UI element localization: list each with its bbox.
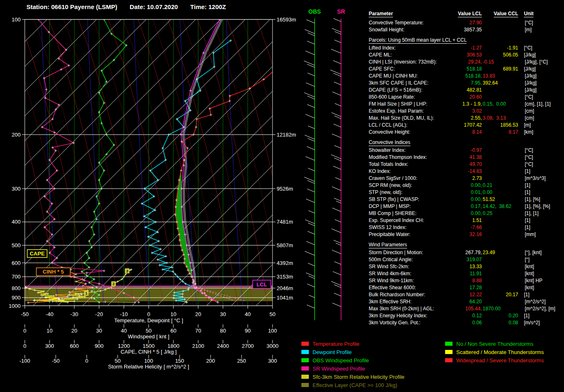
value-extra: 23.49 — [483, 250, 495, 255]
axis-tick-label: 300 — [268, 358, 277, 364]
row-unit: [knt] HP — [525, 278, 543, 283]
row-label: SWISS 12 Index: — [369, 224, 406, 230]
row-label: DCAPE (LFS = 516mB): — [369, 87, 422, 93]
table-header-row: ParameterValue LCLValue CCLUnit — [369, 11, 563, 20]
pressure-tick-label: 700 — [12, 274, 21, 280]
legend-label: OBS Windspeed Profile — [313, 357, 369, 364]
height-tick-label: 1041m — [277, 295, 293, 301]
pressure-tick-label: 100 — [12, 17, 21, 23]
value-extra: 0.25 — [483, 210, 492, 216]
height-tick-label: 16593m — [277, 17, 296, 23]
value-extra: 0.00 — [483, 189, 492, 195]
row-label: SCP RM (new, old): — [369, 182, 412, 188]
table-row: CAPE MU | CINH MU:518.18,13.83[J/kg] — [369, 73, 563, 80]
section-title-text: Convective Indices — [369, 139, 410, 146]
value-lcl: 7.95, — [471, 80, 482, 86]
axis-title: CAPE, CINH * 5 [ J/kg ] — [121, 349, 177, 355]
plot-area — [0, 18, 367, 306]
value-lcl: 29.24, — [468, 59, 482, 65]
axis-tick-label: 200 — [206, 358, 215, 364]
table-row: SR Wind 4km-6km:11.91[knt] — [369, 271, 563, 278]
legend-swatch-icon — [301, 342, 309, 346]
value-lcl: 32.16 — [469, 231, 482, 237]
row-unit: [1], [1] — [525, 210, 538, 216]
profile-legend-item: Effective Layer (CAPE >= 100 J/kg) — [301, 381, 405, 389]
severity-legend-item: Widespread / Severe Thunderstorms — [445, 356, 544, 364]
profile-legend: Temperature ProfileDewpoint ProfileOBS W… — [301, 340, 405, 389]
value-lcl: 64.20 — [469, 299, 482, 305]
table-section-title: Parcels: Using 50mB mean layer LCL + CCL — [369, 37, 563, 44]
row-unit: [m] — [525, 27, 532, 33]
row-label: 500m Critical Angle: — [369, 257, 413, 262]
row-unit: [mm] — [525, 231, 536, 237]
value-lcl: 12.22 — [469, 292, 482, 298]
axis-tick-label: 20 — [71, 328, 77, 334]
legend-swatch-icon — [301, 350, 309, 354]
row-label: Convective Height: — [369, 129, 410, 135]
row-unit: [m^2/s^2] — [525, 299, 546, 305]
value-extra: -0.15 — [483, 59, 494, 65]
value-lcl: 0.00, — [471, 182, 482, 188]
value-extra: 13.83 — [483, 73, 495, 79]
obs-wind-column-label: OBS — [308, 8, 321, 15]
axis-tick-label: -30 — [71, 311, 78, 317]
value-ccl: 0.08 — [509, 320, 518, 326]
row-unit: [1] — [524, 313, 529, 319]
row-unit: [1] — [525, 182, 530, 188]
axis-tick-label: -50 — [52, 358, 60, 364]
legend-swatch-icon — [301, 366, 309, 371]
value-lcl: 0.12 — [472, 313, 482, 319]
row-label: Effective Shear 6000: — [369, 285, 416, 290]
table-row: SCP RM (new, old):0.00,0.21[1] — [369, 182, 563, 189]
severity-legend-item: No / Non Severe Thunderstorms — [445, 340, 544, 348]
axis-tick-label: 50 — [115, 358, 121, 364]
row-unit: [cm] — [525, 108, 534, 114]
row-unit: [cm] — [525, 115, 534, 121]
row-unit: [m^2/s^2], [m] — [525, 306, 555, 312]
value-extra: 1870.00 — [483, 306, 500, 312]
axis-tick-label: 2400 — [217, 343, 229, 349]
row-label: CAPE ML: — [369, 52, 392, 58]
table-row: MB Comp | SHERBE:0.00,0.25[1], [1] — [369, 210, 563, 217]
axis-tick-label: 150 — [175, 358, 184, 364]
row-unit: [J/kg], [°C] — [525, 59, 547, 65]
table-row: Craven SigSvr / 1000:2.73[m^3/s^3] — [369, 175, 563, 182]
axis-tick-label: 900 — [95, 343, 104, 349]
axis-title: Storm Relative Helicity [ m^2/s^2 ] — [108, 364, 189, 370]
value-extra: 0.00 — [496, 101, 506, 107]
row-unit: [°C] — [525, 161, 533, 167]
value-ccl: 8.17 — [509, 129, 518, 135]
row-label: Precipitable Water: — [369, 231, 410, 237]
row-unit: [J/kg] — [525, 87, 537, 93]
height-tick-label: 2046m — [277, 285, 293, 291]
axis-tick-label: 0 — [23, 343, 26, 349]
axis-tick-label: -50 — [21, 311, 29, 317]
pressure-tick-label: 500 — [12, 242, 21, 248]
row-label: Bulk Richardson Number: — [369, 292, 425, 298]
sr-windspeed-profile-markers — [37, 18, 140, 303]
table-row: FM Hail Size | SHIP | LHP:1.3 - 1.9,0.15… — [369, 101, 563, 108]
row-unit: [°], [knt] — [525, 250, 542, 255]
value-lcl: 0.01, — [471, 189, 482, 195]
value-lcl: 105.44, — [465, 306, 482, 312]
axis-tick-label: 100 — [144, 358, 153, 364]
legend-label: Sfc-3km Storm Relative Helicity Profile — [313, 374, 405, 380]
legend-swatch-icon — [445, 358, 453, 362]
value-lcl: 1.3 - 1.9, — [462, 101, 482, 107]
value-lcl: 8.14 — [472, 129, 482, 135]
severity-legend-item: Scattered / Moderate Thunderstorms — [445, 348, 544, 356]
axis-tick-label: 1500 — [143, 343, 155, 349]
value-ccl: -1.91 — [507, 45, 518, 51]
table-row: Modified Thompson Index:41.38[°C] — [369, 154, 563, 161]
row-label: MB Comp | SHERBE: — [369, 210, 417, 216]
value-lcl: 518.18, — [465, 73, 482, 79]
table-row: Exp. Supercell Index CH:1.51[1] — [369, 217, 563, 224]
legend-swatch-icon — [445, 350, 453, 354]
row-label: SR Wind Sfc-2km: — [369, 264, 409, 269]
value-extra: 3.13 — [496, 115, 506, 121]
row-label: Modified Thompson Index: — [369, 154, 427, 160]
row-label: DCP | MMP | MSP: — [369, 203, 411, 209]
axis-tick-label: 0 — [85, 358, 88, 364]
row-unit: [cm], [1], [1] — [525, 101, 551, 107]
height-tick-label: 4392m — [277, 260, 293, 266]
